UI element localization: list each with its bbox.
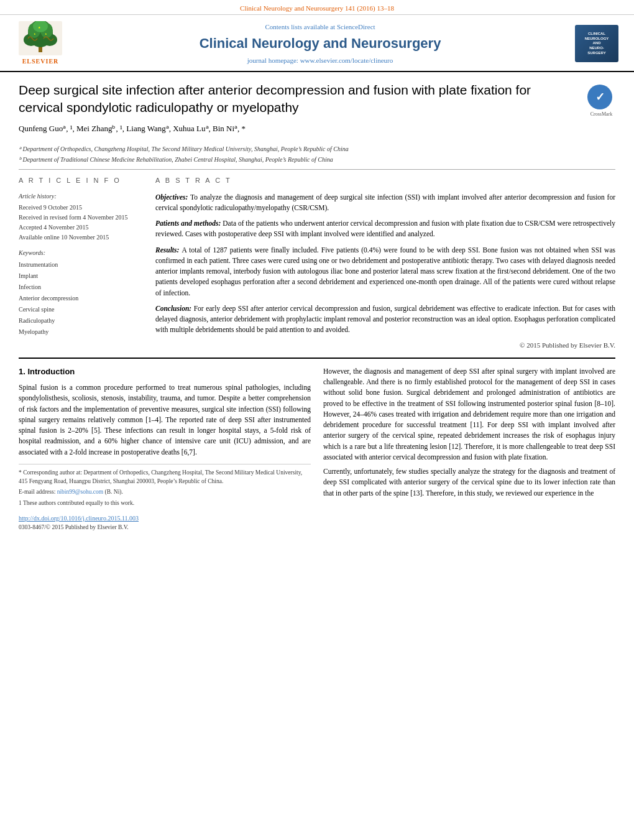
objectives-label: Objectives:	[155, 193, 190, 201]
copyright-line: © 2015 Published by Elsevier B.V.	[155, 341, 615, 350]
crossmark-icon: ✓	[587, 85, 612, 109]
sciencedirect-link-text[interactable]: ScienceDirect	[337, 23, 375, 30]
accepted-date: Accepted 4 November 2015	[19, 223, 143, 233]
keywords-label: Keywords:	[19, 249, 143, 257]
divider-affiliations	[19, 169, 615, 170]
article-history-content: Received 9 October 2015 Received in revi…	[19, 203, 143, 242]
article-info-heading: A R T I C L E I N F O	[19, 176, 143, 185]
journal-header: ★ ★ ★ ELSEVIER Contents lists available …	[0, 15, 634, 72]
keyword-5: Cervical spine	[19, 304, 143, 315]
svg-text:★: ★	[45, 32, 47, 35]
article-content: Deep surgical site infection after anter…	[0, 72, 634, 541]
intro-title-text: Introduction	[27, 367, 75, 376]
doi-section: http://dx.doi.org/10.1016/j.clineuro.201…	[19, 512, 311, 532]
journal-header-center: Contents lists available at ScienceDirec…	[81, 22, 559, 66]
article-info-abstract-section: A R T I C L E I N F O Article history: R…	[19, 176, 615, 350]
footnote-email-address[interactable]: nibin99@sohu.com	[57, 489, 103, 495]
journal-citation: Clinical Neurology and Neurosurgery 141 …	[240, 4, 394, 12]
conclusion-label: Conclusion:	[155, 305, 194, 312]
sciencedirect-text: Contents lists available at ScienceDirec…	[81, 22, 559, 32]
intro-right-paragraph-1: However, the diagnosis and management of…	[323, 366, 615, 463]
elsevier-logo: ★ ★ ★ ELSEVIER	[12, 21, 68, 66]
footnote-section: * Corresponding author at: Department of…	[19, 464, 311, 507]
article-history-label: Article history:	[19, 192, 143, 201]
body-left-col: 1. Introduction Spinal fusion is a commo…	[19, 366, 311, 532]
affiliation-a: ᵃ Department of Orthopedics, Changzheng …	[19, 144, 615, 154]
received-date: Received 9 October 2015	[19, 203, 143, 213]
journal-logo-text: CLINICALNEUROLOGYANDNEURO-SURGERY	[585, 32, 609, 56]
abstract-patients: Patients and methods: Data of the patien…	[155, 218, 615, 240]
doi-link[interactable]: http://dx.doi.org/10.1016/j.clineuro.201…	[19, 515, 139, 522]
article-title-area: Deep surgical site infection after anter…	[19, 81, 578, 138]
patients-text: Data of the patients who underwent anter…	[155, 219, 615, 238]
crossmark-logo: ✓ CrossMark	[587, 85, 615, 118]
abstract-col: A B S T R A C T Objectives: To analyze t…	[155, 176, 615, 350]
journal-logo-box: CLINICALNEUROLOGYANDNEURO-SURGERY	[575, 25, 618, 62]
abstract-results: Results: A total of 1287 patients were f…	[155, 245, 615, 298]
abstract-conclusion: Conclusion: For early deep SSI after ant…	[155, 303, 615, 336]
keyword-7: Myelopathy	[19, 326, 143, 338]
objectives-text: To analyze the diagnosis and management …	[155, 193, 615, 211]
crossmark-label: CrossMark	[587, 111, 615, 118]
journal-citation-bar: Clinical Neurology and Neurosurgery 141 …	[0, 0, 634, 15]
footnote-email: E-mail address: nibin99@sohu.com (B. Ni)…	[19, 487, 311, 496]
conclusion-text: For early deep SSI after anterior cervic…	[155, 305, 615, 334]
results-label: Results:	[155, 246, 181, 254]
affiliation-b: ᵇ Department of Traditional Chinese Medi…	[19, 155, 615, 164]
results-text: A total of 1287 patients were finally in…	[155, 246, 615, 297]
body-section: 1. Introduction Spinal fusion is a commo…	[19, 366, 615, 532]
keyword-2: Implant	[19, 270, 143, 282]
elsevier-wordmark: ELSEVIER	[22, 57, 59, 66]
journal-logo-right: CLINICALNEUROLOGYANDNEURO-SURGERY	[572, 25, 622, 62]
abstract-heading: A B S T R A C T	[155, 176, 615, 185]
affiliations: ᵃ Department of Orthopedics, Changzheng …	[19, 144, 615, 164]
available-date: Available online 10 November 2015	[19, 233, 143, 242]
keywords-list: Instrumentation Implant Infection Anteri…	[19, 259, 143, 338]
abstract-objectives: Objectives: To analyze the diagnosis and…	[155, 192, 615, 214]
intro-section-title: 1. Introduction	[19, 366, 311, 377]
article-title-section: Deep surgical site infection after anter…	[19, 81, 615, 138]
footnote-corresponding: * Corresponding author at: Department of…	[19, 468, 311, 486]
publisher-note: 0303-8467/© 2015 Published by Elsevier B…	[19, 524, 311, 532]
article-title: Deep surgical site infection after anter…	[19, 81, 578, 116]
footnote-equal-contrib: 1 These authors contributed equally to t…	[19, 499, 311, 507]
journal-full-title: Clinical Neurology and Neurosurgery	[81, 34, 559, 53]
keyword-3: Infection	[19, 282, 143, 293]
intro-paragraph-1: Spinal fusion is a common procedure perf…	[19, 382, 311, 458]
keyword-6: Radiculopathy	[19, 315, 143, 326]
svg-text:★: ★	[34, 32, 36, 35]
patients-label: Patients and methods:	[155, 219, 223, 227]
journal-homepage: journal homepage: www.elsevier.com/locat…	[81, 56, 559, 65]
keyword-4: Anterior decompression	[19, 293, 143, 304]
elsevier-tree-icon: ★ ★ ★	[19, 21, 62, 55]
article-info-col: A R T I C L E I N F O Article history: R…	[19, 176, 143, 350]
article-authors: Qunfeng Guoᵃ, ¹, Mei Zhangᵇ, ¹, Liang Wa…	[19, 123, 578, 134]
keyword-1: Instrumentation	[19, 259, 143, 270]
homepage-link[interactable]: www.elsevier.com/locate/clineuro	[300, 57, 393, 64]
bottom-divider	[19, 358, 615, 359]
page: Clinical Neurology and Neurosurgery 141 …	[0, 0, 634, 840]
body-right-col: However, the diagnosis and management of…	[323, 366, 615, 532]
intro-number: 1.	[19, 367, 25, 376]
received-revised-date: Received in revised form 4 November 2015	[19, 213, 143, 223]
intro-right-paragraph-2: Currently, unfortunately, few studies sp…	[323, 466, 615, 499]
